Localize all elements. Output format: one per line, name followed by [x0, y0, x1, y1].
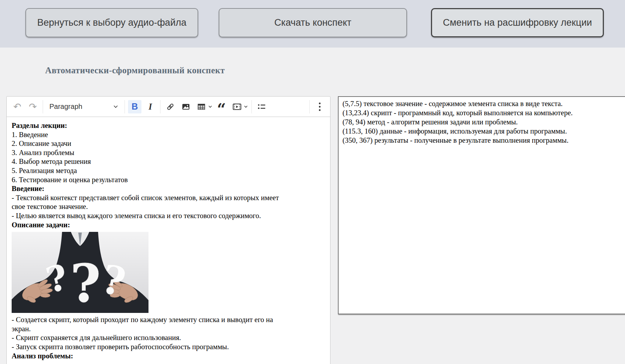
content-line: - Создается скрипт, который проходит по …	[12, 315, 294, 333]
timestamp-line: (350, 367) результаты - полученные в рез…	[342, 136, 625, 145]
block-quote-icon: “	[217, 108, 226, 111]
switch-to-transcript-button[interactable]: Сменить на расшифровку лекции	[431, 8, 604, 37]
back-to-audio-button[interactable]: Вернуться к выбору аудио-файла	[25, 8, 198, 37]
redo-button[interactable]: ↷	[26, 100, 40, 113]
timestamp-line: (115.3, 160) данные - информация, исполь…	[342, 127, 625, 136]
insert-media-button[interactable]	[229, 100, 249, 113]
timestamps-panel[interactable]: (5,7.5) текстовое значение - содержимое …	[338, 96, 625, 314]
toolbar-separator	[125, 100, 125, 113]
top-button-bar: Вернуться к выбору аудио-файла Скачать к…	[0, 0, 625, 48]
content-line: - Скрипт сохраняется для дальнейшего исп…	[12, 333, 294, 343]
question-marks-photo[interactable]: ? ? ?	[12, 232, 148, 313]
image-icon	[182, 103, 190, 111]
content-line: - Запуск скрипта позволяет проверить раб…	[12, 343, 294, 352]
content-line: 3. Анализ проблемы	[12, 148, 294, 158]
page-title: Автоматически-сформированный конспект	[45, 66, 225, 75]
content-line: - Целью является вывод каждого элемента …	[12, 211, 294, 221]
paragraph-style-dropdown[interactable]: Paragraph	[46, 100, 122, 113]
italic-icon: I	[148, 102, 152, 112]
editor-toolbar: ↶ ↷ Paragraph B I “	[7, 97, 330, 117]
media-embed-icon	[232, 103, 242, 111]
content-line: 6. Тестирование и оценка результатов	[12, 175, 294, 185]
content-line: 2. Описание задачи	[12, 139, 294, 148]
toolbar-separator	[251, 100, 252, 113]
toolbar-separator	[160, 100, 160, 113]
question-marks-photo-image: ? ? ?	[12, 232, 148, 313]
svg-text:?: ?	[70, 253, 101, 313]
link-icon	[166, 103, 175, 111]
section-heading: Анализ проблемы:	[12, 352, 294, 361]
bold-button[interactable]: B	[128, 100, 141, 113]
chevron-down-icon	[113, 105, 118, 108]
bold-icon: B	[132, 101, 138, 112]
content-line: 4. Выбор метода решения	[12, 157, 294, 166]
table-icon	[197, 103, 206, 111]
link-button[interactable]	[164, 100, 177, 113]
block-quote-button[interactable]: “	[215, 100, 228, 113]
content-line: 1. Введение	[12, 130, 294, 140]
toolbar-separator	[43, 100, 43, 113]
timestamp-line: (5,7.5) текстовое значение - содержимое …	[342, 99, 625, 108]
insert-image-button[interactable]	[179, 100, 193, 113]
section-heading: Разделы лекции:	[12, 121, 294, 130]
rich-text-editor: ↶ ↷ Paragraph B I “	[6, 96, 330, 364]
paragraph-style-label: Paragraph	[49, 103, 82, 111]
content-line: - Текстовый контекст представляет собой …	[12, 193, 294, 211]
timestamp-line: (13,23.4) скрипт - программный код, кото…	[342, 108, 625, 117]
toolbar-separator	[309, 100, 310, 113]
download-summary-button[interactable]: Скачать конспект	[219, 8, 407, 37]
chevron-down-icon	[208, 105, 212, 108]
toolbar-overflow-button[interactable]	[313, 100, 326, 113]
italic-button[interactable]: I	[144, 100, 157, 113]
overflow-menu-icon	[318, 102, 321, 111]
content-line: 5. Реализация метода	[12, 166, 294, 175]
section-heading: Введение:	[12, 184, 294, 193]
redo-icon: ↷	[29, 102, 37, 111]
editor-content[interactable]: Разделы лекции:1. Введение2. Описание за…	[7, 117, 330, 364]
undo-icon: ↶	[13, 102, 22, 111]
bulleted-list-icon	[257, 103, 266, 110]
bulleted-list-button[interactable]	[255, 100, 268, 113]
insert-table-button[interactable]	[194, 100, 214, 113]
undo-button[interactable]: ↶	[11, 100, 24, 113]
timestamp-line: (78, 94) метод - алгоритм решения задачи…	[342, 117, 625, 127]
chevron-down-icon	[244, 105, 248, 108]
section-heading: Описание задачи:	[12, 221, 294, 230]
